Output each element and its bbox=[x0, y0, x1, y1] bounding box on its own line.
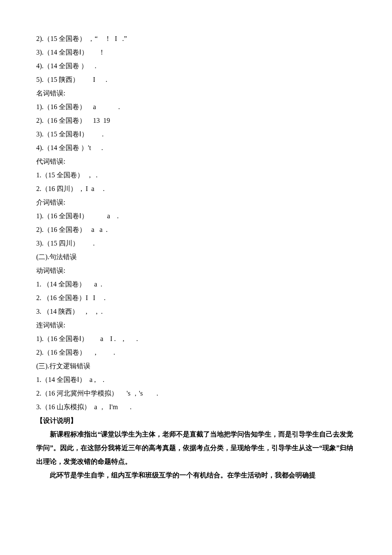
exam-item: 2).（16 全国卷） , . bbox=[36, 346, 356, 359]
exam-item: 3. （14 陕西） , , . bbox=[36, 305, 356, 318]
exam-item: 2).（15 全国卷） ，“ ！ I .” bbox=[36, 32, 356, 46]
exam-item: 4).（14 全国卷 ） . bbox=[36, 59, 356, 73]
document-page: 2).（15 全国卷） ，“ ！ I .” 3).（14 全国卷Ⅰ） ！ 4).… bbox=[0, 0, 392, 503]
exam-item: 1).（16 全国卷Ⅰ） a . bbox=[36, 209, 356, 223]
exam-item: 2).（16 全国卷） a a . bbox=[36, 223, 356, 237]
exam-item: 4).（14 全国卷 ）'t . bbox=[36, 141, 356, 155]
exam-item: 2. （16 全国卷）I I . bbox=[36, 291, 356, 305]
section-heading: 动词错误: bbox=[36, 264, 356, 278]
exam-item: 1).（16 全国卷Ⅰ） a I . , . bbox=[36, 332, 356, 346]
design-paragraph: 新课程标准指出“课堂以学生为主体，老师不是直截了当地把学问告知学生，而是引导学生… bbox=[36, 428, 356, 468]
exam-item: 3).（15 全国卷Ⅰ） . bbox=[36, 127, 356, 141]
section-heading: (三).行文逻辑错误 bbox=[36, 359, 356, 373]
exam-item: 2).（16 全国卷） 13 19 bbox=[36, 114, 356, 127]
exam-item: 5).（15 陕西） I . bbox=[36, 73, 356, 87]
section-heading: 名词错误: bbox=[36, 87, 356, 100]
design-heading: 【设计说明】 bbox=[36, 414, 356, 428]
exam-item: 1.（15 全国卷） , . bbox=[36, 168, 356, 182]
design-paragraph: 此环节是学生自学，组内互学和班级互学的一个有机结合。在学生活动时，我都会明确提 bbox=[36, 468, 356, 482]
section-heading: 连词错误: bbox=[36, 318, 356, 332]
exam-item: 1.（14 全国卷Ⅰ） a , . bbox=[36, 373, 356, 387]
exam-item: 3).（15 四川） . bbox=[36, 237, 356, 250]
section-heading: 介词错误: bbox=[36, 196, 356, 209]
section-heading: 代词错误: bbox=[36, 155, 356, 168]
exam-item: 2.（16 河北冀州中学模拟） 's ，'s . bbox=[36, 387, 356, 400]
exam-item: 2.（16 四川） , I a . bbox=[36, 182, 356, 196]
exam-item: 1. （14 全国卷） a . bbox=[36, 278, 356, 291]
exam-item: 3.（16 山东模拟） a ， I'm . bbox=[36, 400, 356, 414]
exam-item: 1).（16 全国卷） a . bbox=[36, 100, 356, 114]
section-heading: (二).句法错误 bbox=[36, 250, 356, 264]
exam-item: 3).（14 全国卷Ⅰ） ！ bbox=[36, 46, 356, 59]
